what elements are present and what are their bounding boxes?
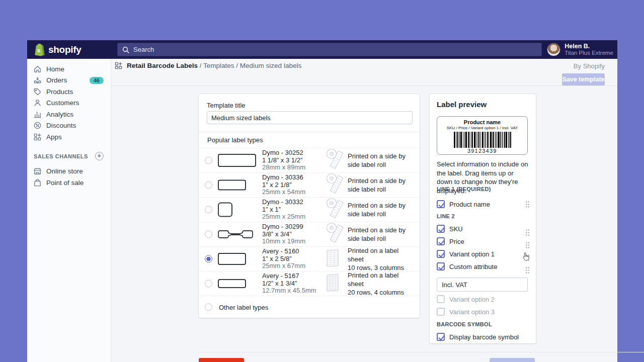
- home-icon: [33, 65, 42, 73]
- label-preview-sample: Product name SKU / Price / Variant optio…: [437, 116, 528, 155]
- sidebar-item-label: Online store: [46, 167, 83, 175]
- option-sku[interactable]: SKU: [437, 224, 530, 233]
- customers-icon: [33, 99, 42, 107]
- search-placeholder: Search: [133, 46, 154, 53]
- user-name: Helen B.: [565, 43, 613, 50]
- sidebar-item-discounts[interactable]: Discounts: [27, 120, 111, 132]
- shopify-bag-icon: s: [34, 43, 45, 56]
- drag-handle-icon[interactable]: [525, 266, 530, 274]
- label-shape-preview: [218, 253, 246, 265]
- radio-button[interactable]: [205, 255, 212, 263]
- label-size-mm: 25mm x 67mm: [262, 262, 305, 270]
- print-description: Printed on a label sheet: [348, 272, 398, 288]
- checkbox[interactable]: [437, 333, 445, 341]
- label-size-mm: 28mm x 89mm: [262, 164, 305, 171]
- label-type-list: Dymo - 30252 1 1/8” x 3 1/2” 28mm x 89mm…: [199, 148, 420, 318]
- label-sheet-icon: [326, 248, 339, 269]
- footer-divider: [199, 352, 644, 352]
- drag-handle-icon[interactable]: [525, 229, 530, 236]
- breadcrumb-path: / Templates / Medium sized labels: [198, 62, 301, 69]
- point-of-sale-icon: [33, 178, 42, 187]
- svg-text:s: s: [37, 47, 40, 53]
- barcode-symbol-heading: BARCODE SYMBOL: [437, 321, 492, 327]
- radio-button[interactable]: [205, 157, 212, 164]
- print-description: Printed on a label sheet: [348, 247, 398, 263]
- template-title-input[interactable]: [207, 111, 413, 124]
- checkbox[interactable]: [437, 262, 445, 270]
- label-type-row-other[interactable]: Other label types: [199, 296, 420, 318]
- checkbox[interactable]: [437, 250, 445, 258]
- option-variant-option-2[interactable]: Variant option 2: [437, 295, 530, 304]
- save-template-button-footer[interactable]: [490, 358, 535, 362]
- option-custom-attribute[interactable]: Custom attribute: [437, 262, 530, 271]
- label-size-inches: 1/2” x 1 3/4”: [262, 280, 316, 288]
- label-type-row-dymo-30252[interactable]: Dymo - 30252 1 1/8” x 3 1/2” 28mm x 89mm…: [199, 148, 420, 172]
- delete-template-button[interactable]: [199, 358, 244, 362]
- template-card: Template title Popular label types Dymo …: [199, 94, 420, 318]
- other-label-types-label: Other label types: [219, 303, 268, 311]
- label-roll-icon: [326, 222, 343, 246]
- label-type-row-dymo-30299[interactable]: Dymo - 30299 3/8” x 3/4” 10mm x 19mm Pri…: [199, 222, 420, 246]
- sidebar-item-label: Point of sale: [46, 179, 84, 187]
- orders-icon: [33, 76, 42, 84]
- radio-button[interactable]: [205, 206, 212, 214]
- main-content: Template title Popular label types Dymo …: [111, 86, 617, 362]
- custom-attribute-input[interactable]: [437, 278, 528, 292]
- breadcrumb-app-title[interactable]: Retail Barcode Labels: [127, 62, 198, 69]
- radio-button[interactable]: [205, 182, 212, 189]
- label-type-row-dymo-30336[interactable]: Dymo - 30336 1” x 2 1/8” 25mm x 54mm Pri…: [199, 172, 420, 197]
- shopify-logo[interactable]: s shopify: [34, 40, 81, 59]
- radio-button[interactable]: [205, 303, 212, 311]
- label-size-mm: 25mm x 54mm: [262, 189, 305, 196]
- print-detail: 20 rows, 4 columns: [348, 288, 415, 297]
- label-preview-panel: Label preview Product name SKU / Price /…: [430, 94, 536, 343]
- print-description: Printed on a side by side label roll: [348, 226, 406, 242]
- option-product-name[interactable]: Product name: [437, 200, 530, 209]
- label-size-mm: 10mm x 19mm: [262, 238, 305, 245]
- sidebar-item-home[interactable]: Home: [27, 63, 111, 75]
- shopify-wordmark: shopify: [48, 44, 81, 55]
- sidebar-item-products[interactable]: Products: [27, 86, 111, 98]
- sidebar-item-orders[interactable]: Orders 46: [27, 75, 111, 86]
- checkbox[interactable]: [437, 225, 445, 233]
- save-template-button-header[interactable]: Save template: [562, 73, 605, 85]
- search-input[interactable]: Search: [117, 43, 542, 56]
- option-price[interactable]: Price: [437, 237, 530, 246]
- checkbox[interactable]: [437, 295, 445, 303]
- option-variant-option-3[interactable]: Variant option 3: [437, 307, 530, 316]
- radio-button[interactable]: [205, 231, 212, 238]
- app-grid-icon: [114, 61, 123, 70]
- checkbox[interactable]: [437, 200, 445, 208]
- label-size-inches: 1” x 1”: [262, 206, 305, 214]
- user-menu[interactable]: Helen B. Titan Plus Extreme: [547, 40, 613, 59]
- option-display-barcode-symbol[interactable]: Display barcode symbol: [437, 332, 530, 341]
- radio-button[interactable]: [205, 280, 212, 288]
- label-sheet-icon: [326, 273, 339, 294]
- drag-handle-icon[interactable]: [525, 201, 530, 208]
- sidebar-item-label: Discounts: [46, 122, 76, 129]
- sidebar-item-customers[interactable]: Customers: [27, 98, 111, 109]
- checkbox[interactable]: [437, 308, 445, 316]
- label-type-row-avery-5167[interactable]: Avery - 5167 1/2” x 1 3/4” 12.7mm x 45.5…: [199, 271, 420, 296]
- sidebar-item-analytics[interactable]: Analytics: [27, 109, 111, 120]
- template-title-label: Template title: [207, 102, 246, 109]
- label-type-name: Avery - 5167: [262, 273, 316, 280]
- checkbox[interactable]: [437, 237, 445, 245]
- label-type-row-avery-5160[interactable]: Avery - 5160 1” x 2 5/8” 25mm x 67mm Pri…: [199, 246, 420, 271]
- option-variant-option-1[interactable]: Variant option 1: [437, 249, 530, 258]
- label-type-name: Avery - 5160: [262, 248, 305, 255]
- sidebar-item-label: Products: [46, 88, 73, 96]
- label-type-name: Dymo - 30332: [262, 199, 305, 206]
- drag-handle-icon[interactable]: [525, 254, 530, 261]
- label-size-inches: 1 1/8” x 3 1/2”: [262, 157, 305, 164]
- label-type-row-dymo-30332[interactable]: Dymo - 30332 1” x 1” 25mm x 25mm Printed…: [199, 197, 420, 222]
- add-sales-channel-button[interactable]: [95, 152, 104, 160]
- store-name: Titan Plus Extreme: [565, 50, 613, 56]
- sidebar-item-online-store[interactable]: Online store: [27, 166, 111, 177]
- sidebar-item-point-of-sale[interactable]: Point of sale: [27, 177, 111, 189]
- print-description: Printed on a side by side label roll: [348, 152, 406, 168]
- sidebar-item-apps[interactable]: Apps: [27, 131, 111, 143]
- byline: By Shopify: [574, 62, 605, 70]
- label-shape-preview: [218, 154, 256, 167]
- drag-handle-icon[interactable]: [525, 241, 530, 248]
